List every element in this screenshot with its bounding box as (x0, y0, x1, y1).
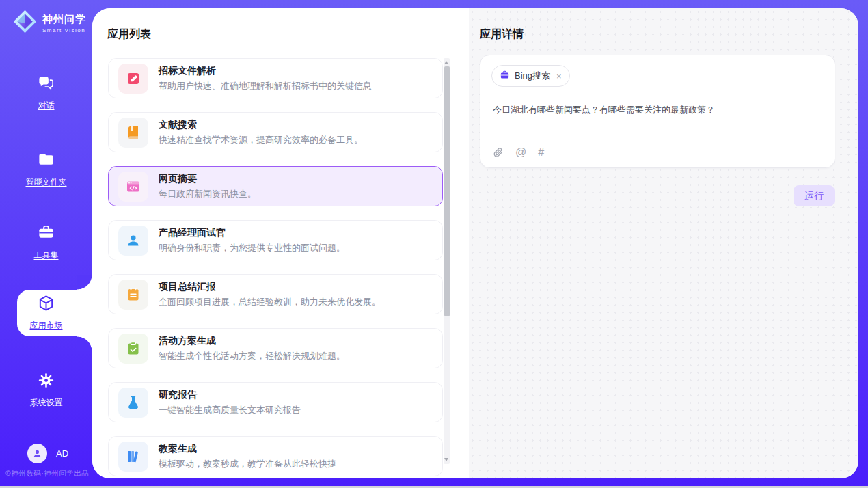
app-title: 产品经理面试官 (159, 227, 345, 239)
input-toolbar: @ # (493, 147, 544, 158)
brand-logo: 神州问学 Smart Vision (12, 9, 86, 37)
scrollbar-thumb[interactable] (444, 66, 450, 316)
hash-icon[interactable]: # (538, 147, 544, 158)
remove-tag-icon[interactable]: × (556, 71, 562, 81)
app-description: 智能生成个性化活动方案，轻松解决规划难题。 (159, 350, 345, 362)
paperclip-icon[interactable] (493, 147, 504, 158)
app-title: 研究报告 (159, 389, 301, 401)
gear-icon (37, 371, 55, 392)
scrollbar[interactable] (444, 58, 450, 464)
cube-icon (37, 294, 55, 315)
clipboard-check-icon (118, 334, 148, 364)
avatar (27, 444, 47, 463)
app-description: 帮助用户快速、准确地理解和解析招标书中的关键信息 (159, 80, 372, 92)
document-edit-icon (118, 64, 148, 94)
app-detail-title: 应用详情 (480, 27, 524, 42)
app-card[interactable]: 研究报告 一键智能生成高质量长文本研究报告 (108, 382, 443, 422)
briefcase-icon (500, 70, 510, 83)
app-title: 网页摘要 (159, 173, 256, 185)
books-icon (118, 442, 148, 472)
app-title: 文献搜索 (159, 119, 363, 131)
run-button[interactable]: 运行 (794, 185, 835, 206)
app-card[interactable]: 招标文件解析 帮助用户快速、准确地理解和解析招标书中的关键信息 (108, 58, 443, 98)
scroll-down-icon[interactable] (444, 458, 448, 461)
sidebar-item-app-market[interactable]: 应用市场 (0, 294, 92, 331)
app-title: 教案生成 (159, 443, 336, 455)
app-detail-panel: 应用详情 Bing搜索 × 今日湖北有哪些新闻要点？有哪些需要关注的最新政策？ (469, 8, 858, 478)
webpage-icon (118, 172, 148, 202)
scroll-up-icon[interactable] (444, 61, 448, 64)
sidebar-item-chat[interactable]: 对话 (0, 74, 92, 111)
app-description: 每日政府新闻资讯快查。 (159, 188, 256, 200)
sidebar: 神州问学 Smart Vision 对话 智能文件夹 工具集 (0, 0, 92, 488)
sidebar-item-smart-folder[interactable]: 智能文件夹 (0, 150, 92, 188)
app-card[interactable]: 网页摘要 每日政府新闻资讯快查。 (108, 166, 443, 206)
app-title: 项目总结汇报 (159, 281, 381, 293)
brand-subtitle: Smart Vision (42, 27, 86, 33)
prompt-card: Bing搜索 × 今日湖北有哪些新闻要点？有哪些需要关注的最新政策？ @ # (480, 55, 835, 168)
app-description: 快速精准查找学术资源，提高研究效率的必备工具。 (159, 134, 363, 146)
app-card[interactable]: 产品经理面试官 明确身份和职责，为您提供专业性的面试问题。 (108, 220, 443, 260)
user-initials: AD (56, 448, 68, 459)
sidebar-item-settings[interactable]: 系统设置 (0, 371, 92, 409)
toolbox-icon (37, 223, 55, 245)
app-list-title: 应用列表 (107, 27, 151, 42)
sidebar-item-toolset[interactable]: 工具集 (0, 223, 92, 261)
user-account[interactable]: AD (27, 444, 68, 463)
app-card-list: 招标文件解析 帮助用户快速、准确地理解和解析招标书中的关键信息 文献搜索 快速精… (108, 58, 443, 478)
chat-icon (37, 74, 55, 95)
book-icon (118, 118, 148, 148)
app-card[interactable]: 项目总结汇报 全面回顾项目进展，总结经验教训，助力未来优化发展。 (108, 274, 443, 314)
app-title: 活动方案生成 (159, 335, 345, 347)
app-window: { "brand": { "name": "神州问学", "subtitle":… (0, 0, 868, 488)
app-description: 模板驱动，教案秒成，教学准备从此轻松快捷 (159, 458, 336, 470)
app-description: 明确身份和职责，为您提供专业性的面试问题。 (159, 242, 345, 254)
brand-diamond-icon (12, 9, 38, 37)
app-list-panel: 应用列表 招标文件解析 帮助用户快速、准确地理解和解析招标书中的关键信息 文献搜… (92, 8, 469, 478)
app-description: 全面回顾项目进展，总结经验教训，助力未来优化发展。 (159, 296, 381, 308)
app-card[interactable]: 文献搜索 快速精准查找学术资源，提高研究效率的必备工具。 (108, 112, 443, 152)
content-area: 应用列表 招标文件解析 帮助用户快速、准确地理解和解析招标书中的关键信息 文献搜… (92, 8, 858, 478)
interviewer-icon (118, 226, 148, 256)
copyright-footer: ©神州数码·神州问学出品 (5, 469, 94, 478)
question-input[interactable]: 今日湖北有哪些新闻要点？有哪些需要关注的最新政策？ (493, 103, 822, 117)
tool-tag-bing[interactable]: Bing搜索 × (491, 65, 570, 87)
brand-name: 神州问学 (42, 13, 86, 26)
app-card[interactable]: 活动方案生成 智能生成个性化活动方案，轻松解决规划难题。 (108, 328, 443, 368)
app-title: 招标文件解析 (159, 65, 372, 77)
folder-icon (37, 150, 55, 172)
notepad-icon (118, 280, 148, 310)
mention-icon[interactable]: @ (515, 147, 526, 158)
app-description: 一键智能生成高质量长文本研究报告 (159, 404, 301, 416)
app-card[interactable]: 教案生成 模板驱动，教案秒成，教学准备从此轻松快捷 (108, 436, 443, 476)
flask-icon (118, 388, 148, 418)
tool-tag-label: Bing搜索 (515, 70, 550, 82)
